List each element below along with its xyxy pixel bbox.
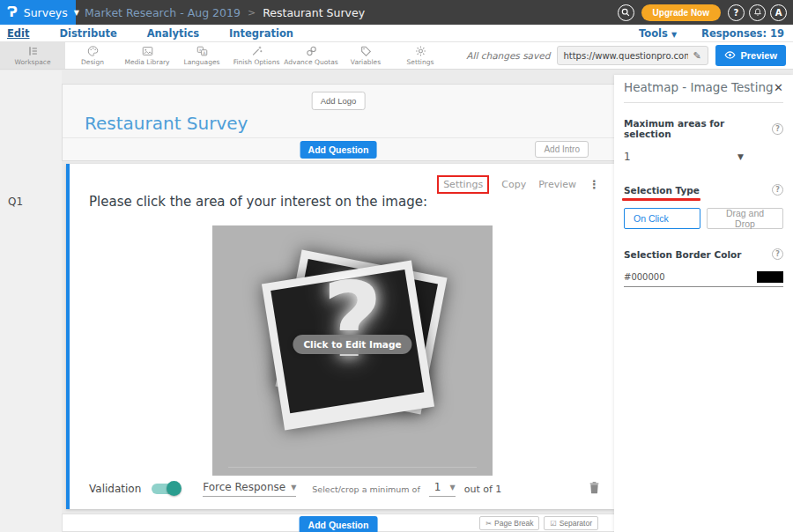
edit-pencil-icon[interactable]: ✎ — [688, 50, 705, 62]
tab-distribute[interactable]: Distribute — [60, 27, 117, 40]
toolbar-item-settings[interactable]: Settings — [393, 42, 448, 69]
add-question-button-bottom[interactable]: Add Question — [300, 516, 378, 532]
chevron-down-icon: ▼ — [450, 484, 456, 491]
question-card: Settings Copy Preview ⋮ Please click the… — [66, 164, 614, 509]
validation-mode-select[interactable]: Force Response ▼ — [203, 481, 296, 497]
toolbar-item-workspace[interactable]: Workspace — [0, 42, 65, 69]
toolbar-item-languages[interactable]: xA Languages — [174, 42, 229, 69]
toggle-knob — [167, 481, 182, 496]
on-click-button[interactable]: On Click — [624, 208, 700, 229]
max-areas-label: Maximum areas for selection — [624, 118, 772, 139]
survey-header-card: Add Logo Restaurant Survey Add Question … — [62, 84, 615, 161]
border-color-picker[interactable]: #000000 — [624, 271, 783, 287]
survey-header-footer: Add Question Add Intro — [63, 137, 614, 160]
question-copy-button[interactable]: Copy — [501, 179, 526, 190]
border-color-value: #000000 — [624, 272, 665, 282]
close-icon[interactable]: ✕ — [774, 81, 783, 94]
chevron-down-icon: ▼ — [74, 9, 79, 17]
tag-icon — [359, 45, 373, 57]
kebab-menu-icon[interactable]: ⋮ — [589, 181, 600, 188]
validation-label: Validation — [89, 483, 141, 495]
question-number-label: Q1 — [8, 196, 23, 208]
left-rail: Q1 — [0, 70, 62, 532]
border-color-label-row: Selection Border Color ? — [624, 248, 783, 260]
survey-url-input[interactable] — [558, 51, 688, 61]
tab-integration[interactable]: Integration — [229, 27, 293, 40]
validation-toggle[interactable] — [152, 484, 180, 494]
panel-title: Heatmap - Image Testing — [624, 80, 774, 94]
notifications-bell-icon[interactable] — [749, 4, 766, 21]
toolbar-right: All changes saved ✎ Preview — [466, 42, 793, 69]
toolbar-item-variables[interactable]: Variables — [338, 42, 393, 69]
toolbar-item-media-library[interactable]: Media Library — [120, 42, 174, 69]
toolbar-item-finish-options[interactable]: Finish Options — [229, 42, 284, 69]
section-nav: Edit Distribute Analytics Integration To… — [0, 25, 793, 42]
question-settings-panel: Heatmap - Image Testing ✕ Maximum areas … — [614, 75, 793, 532]
panel-header: Heatmap - Image Testing ✕ — [624, 80, 783, 103]
tools-menu[interactable]: Tools ▼ — [639, 27, 677, 40]
breadcrumb-current: Restaurant Survey — [263, 6, 365, 19]
upgrade-now-button[interactable]: Upgrade Now — [641, 4, 721, 21]
top-actions: Upgrade Now ? A — [618, 4, 793, 21]
search-icon[interactable] — [618, 4, 634, 21]
toolbar-item-design[interactable]: Design — [65, 42, 120, 69]
responses-count[interactable]: Responses: 19 — [701, 27, 784, 40]
chevron-down-icon: ▼ — [671, 31, 677, 39]
survey-url-box: ✎ — [557, 46, 708, 65]
eye-icon — [724, 50, 736, 61]
drag-and-drop-button[interactable]: Drag and Drop — [707, 208, 783, 229]
max-areas-select[interactable]: 1 ▼ — [624, 151, 744, 163]
selection-type-label: Selection Type — [624, 185, 700, 196]
add-intro-button[interactable]: Add Intro — [535, 141, 589, 158]
question-settings-button[interactable]: Settings — [437, 175, 489, 194]
breadcrumb: Market Research - Aug 2019 > Restaurant … — [85, 6, 365, 19]
help-icon[interactable]: ? — [772, 184, 783, 196]
question-actions: Settings Copy Preview ⋮ — [437, 175, 600, 194]
add-logo-button[interactable]: Add Logo — [312, 92, 366, 110]
toolbar-item-advance-quotas[interactable]: Advance Quotas — [284, 42, 338, 69]
survey-title[interactable]: Restaurant Survey — [85, 113, 248, 134]
image-placeholder[interactable]: ? Click to Edit Image — [212, 225, 493, 476]
out-of-text: out of 1 — [464, 484, 502, 495]
top-bar: Ɂ Surveys ▼ Market Research - Aug 2019 >… — [0, 0, 793, 25]
app-window: Ɂ Surveys ▼ Market Research - Aug 2019 >… — [0, 0, 793, 532]
footer-strip: Add Question ✂ Page Break ☑ Separator — [62, 514, 615, 532]
question-preview-button[interactable]: Preview — [538, 179, 576, 190]
separator-button[interactable]: ☑ Separator — [544, 516, 598, 530]
preview-button[interactable]: Preview — [715, 45, 786, 66]
breadcrumb-parent[interactable]: Market Research - Aug 2019 — [85, 6, 241, 19]
breadcrumb-separator-icon: > — [248, 7, 256, 18]
click-to-edit-image-button[interactable]: Click to Edit Image — [293, 335, 411, 354]
help-icon[interactable]: ? — [728, 4, 745, 21]
delete-question-trash-icon[interactable] — [589, 481, 600, 498]
questionpro-logo-icon: Ɂ — [7, 6, 18, 19]
selection-type-buttons: On Click Drag and Drop — [624, 208, 783, 229]
account-avatar[interactable]: A — [770, 4, 787, 21]
question-text[interactable]: Please click the area of your interest o… — [89, 194, 427, 210]
magic-wand-icon — [250, 45, 263, 57]
palette-icon — [86, 45, 100, 57]
color-swatch[interactable] — [757, 271, 783, 283]
gear-icon — [414, 45, 427, 57]
chevron-down-icon: ▼ — [291, 484, 296, 491]
help-icon[interactable]: ? — [772, 248, 783, 260]
chevron-down-icon: ▼ — [737, 152, 744, 161]
tab-edit[interactable]: Edit — [7, 27, 30, 40]
page-break-button[interactable]: ✂ Page Break — [479, 516, 539, 530]
help-icon[interactable]: ? — [772, 123, 783, 135]
add-question-button-top[interactable]: Add Question — [300, 141, 377, 159]
translate-icon: xA — [196, 45, 209, 57]
image-icon — [141, 45, 154, 57]
editor-toolbar: Workspace Design Media Library xA Langua… — [0, 42, 793, 70]
footer-buttons: ✂ Page Break ☑ Separator — [479, 516, 598, 530]
surveys-menu[interactable]: Ɂ Surveys ▼ — [0, 0, 76, 25]
tab-analytics[interactable]: Analytics — [147, 27, 199, 40]
question-mark-graphic: ? — [212, 259, 493, 381]
max-areas-label-row: Maximum areas for selection ? — [624, 118, 783, 139]
nav-right: Tools ▼ Responses: 19 — [639, 27, 786, 40]
minimum-select[interactable]: 1 ▼ — [429, 481, 456, 497]
selection-type-label-row: Selection Type ? — [624, 184, 783, 196]
scissors-icon: ✂ — [485, 520, 492, 528]
chain-links-icon — [305, 45, 318, 57]
workspace-icon — [26, 45, 40, 57]
